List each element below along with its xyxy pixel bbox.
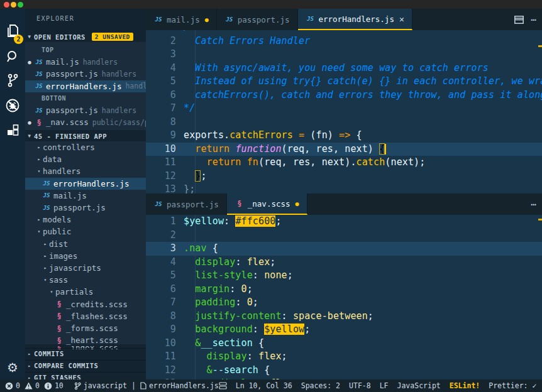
statusbar-item-eslint-[interactable]: ESLint!	[450, 381, 480, 390]
more-actions-icon[interactable]: ⋯	[531, 14, 537, 24]
tree-item-javascripts[interactable]: ▸javascripts	[25, 262, 146, 274]
line-number: 11	[146, 156, 176, 170]
status-bar: 0010javascript|errorHandlers.js Ln 10, C…	[0, 379, 542, 392]
tree-item-errorhandlers-js[interactable]: JSerrorHandlers.js	[25, 178, 146, 190]
close-icon[interactable]: ✕	[399, 14, 404, 24]
tree-item-data[interactable]: ▸data	[25, 153, 146, 165]
code-token: &	[207, 364, 213, 376]
tree-item--heart-scss[interactable]: §_heart.scss	[25, 334, 146, 346]
statusbar-info-icon[interactable]: 10	[44, 381, 64, 390]
tab-passport-js[interactable]: JSpassport.js	[146, 193, 227, 215]
bottom-code-editor[interactable]: 1$yellow: #ffc600;23.nav {4 display: fle…	[146, 215, 542, 379]
js-file-icon: JS	[34, 59, 44, 65]
tab-label: passport.js	[167, 200, 219, 209]
statusbar-item-utf-8[interactable]: UTF-8	[349, 381, 371, 390]
section-header-git-stashes[interactable]: ▸GIT STASHES	[25, 372, 146, 379]
tree-item--credits-scss[interactable]: §_credits.scss	[25, 298, 146, 310]
tree-item--forms-scss[interactable]: §_forms.scss	[25, 322, 146, 334]
tree-item-label: partials	[55, 287, 93, 297]
tree-item-public[interactable]: ▾public	[25, 226, 146, 237]
settings-gear-icon[interactable]: ⚙	[0, 358, 25, 377]
open-editor-item[interactable]: JSerrorHandlers.jshandler…	[25, 80, 146, 92]
code-token: catchErrors	[230, 129, 293, 141]
search-icon[interactable]	[0, 45, 25, 68]
tree-item-dist[interactable]: ▸dist	[25, 238, 146, 250]
text-cursor	[385, 144, 386, 155]
open-editors-group-label: TOP	[25, 44, 146, 56]
section-header-commits[interactable]: ▸COMMITS	[25, 348, 146, 359]
tab-mail-js[interactable]: JSmail.js●	[146, 9, 217, 30]
tree-root-label: 45 - FINISHED APP	[34, 133, 107, 140]
zoom-window-button[interactable]	[18, 2, 23, 8]
tree-item-partials[interactable]: ▾partials	[25, 286, 146, 298]
tree-item-images[interactable]: ▸images	[25, 250, 146, 262]
tree-item-controllers[interactable]: ▸controllers	[25, 141, 146, 153]
line-number: 7	[146, 102, 176, 116]
tree-item-sass[interactable]: ▾sass	[25, 274, 146, 286]
code-token: (next);	[385, 156, 425, 168]
code-token: --search	[213, 364, 258, 376]
code-token: };	[184, 183, 195, 193]
sass-file-icon: §	[54, 336, 64, 345]
statusbar-item--[interactable]: |	[131, 381, 136, 390]
statusbar-item-ln-10--col-36[interactable]: Ln 10, Col 36	[236, 381, 292, 390]
explorer-badge: 2	[14, 35, 23, 44]
top-code-editor[interactable]: 1/*2 Catch Errors Handler34 With async/a…	[146, 30, 542, 193]
tree-item-passport-js[interactable]: JSpassport.js	[25, 202, 146, 214]
code-token: display	[207, 351, 247, 362]
code-token	[241, 156, 247, 168]
unsaved-badge: 2 UNSAVED	[92, 33, 133, 41]
code-line-2: 2	[146, 229, 542, 242]
statusbar-server-icon[interactable]	[219, 382, 227, 389]
code-token: fn	[247, 156, 258, 168]
code-line-4: 4 display: flex;	[146, 256, 542, 270]
statusbar-item-lf[interactable]: LF	[380, 381, 389, 390]
minimize-window-button[interactable]	[11, 2, 16, 8]
tree-item-models[interactable]: ▸models	[25, 214, 146, 226]
tab--nav-scss[interactable]: §_nav.scss●	[227, 193, 307, 215]
tree-item-mail-js[interactable]: JSmail.js	[25, 190, 146, 202]
activity-bar: 2 ⚙	[0, 9, 25, 379]
tree-root-header[interactable]: ▼ 45 - FINISHED APP	[25, 131, 146, 141]
open-editor-item[interactable]: ●JSmail.jshandlers	[25, 56, 146, 68]
twistie-icon: ▾	[48, 289, 55, 295]
statusbar-item-prettier---[interactable]: Prettier: ✓	[489, 381, 536, 390]
open-editors-group-label: BOTTON	[25, 92, 146, 104]
code-token	[184, 337, 195, 349]
tree-item-label: images	[49, 251, 77, 261]
statusbar-item-spaces--2[interactable]: Spaces: 2	[301, 381, 340, 390]
open-editor-item[interactable]: JSpassport.jshandlers	[25, 68, 146, 80]
tree-item-label: sass	[49, 275, 68, 285]
more-actions-icon[interactable]: ⋯	[531, 199, 537, 209]
explorer-icon[interactable]: 2	[0, 20, 25, 43]
tree-item--flashes-scss[interactable]: §_flashes.scss	[25, 310, 146, 322]
statusbar-error-icon[interactable]: 0	[5, 381, 20, 390]
open-editor-item[interactable]: ●§_nav.scsspublic/sass/pa…	[25, 116, 146, 128]
extensions-icon[interactable]	[0, 119, 25, 142]
code-token	[184, 310, 195, 322]
statusbar-warning-icon[interactable]: 0	[25, 381, 40, 390]
line-number: 7	[146, 296, 176, 310]
statusbar-branch-icon[interactable]: javascript	[74, 381, 127, 390]
branch-icon	[74, 382, 81, 390]
sass-file-icon: §	[54, 324, 64, 333]
statusbar-text: UTF-8	[349, 381, 371, 390]
tree-item-handlers[interactable]: ▾handlers	[25, 165, 146, 177]
code-token: ;	[368, 310, 373, 322]
code-line-8: 8 justify-content: space-between;	[146, 310, 542, 324]
close-window-button[interactable]	[4, 2, 9, 8]
open-editors-header[interactable]: ▼ OPEN EDITORS 2 UNSAVED	[25, 31, 146, 42]
code-token: ;	[282, 351, 287, 362]
debug-icon[interactable]	[0, 94, 25, 117]
open-editor-item[interactable]: JSpassport.jshandlers	[25, 104, 146, 116]
statusbar-file-icon[interactable]: errorHandlers.js	[140, 381, 219, 390]
section-header-compare-commits[interactable]: ▸COMPARE COMMITS	[25, 360, 146, 371]
code-line-5: 5 Instead of using try{} catch(e) {} in …	[146, 75, 542, 89]
code-token: :	[247, 351, 258, 362]
statusbar-text: Spaces: 2	[301, 381, 340, 390]
split-editor-icon[interactable]	[514, 16, 524, 24]
source-control-icon[interactable]	[0, 69, 25, 92]
tab-errorhandlers-js[interactable]: JSerrorHandlers.js✕	[298, 9, 412, 30]
tab-passport-js[interactable]: JSpassport.js	[217, 9, 298, 30]
statusbar-item-javascript[interactable]: JavaScript	[397, 381, 441, 390]
